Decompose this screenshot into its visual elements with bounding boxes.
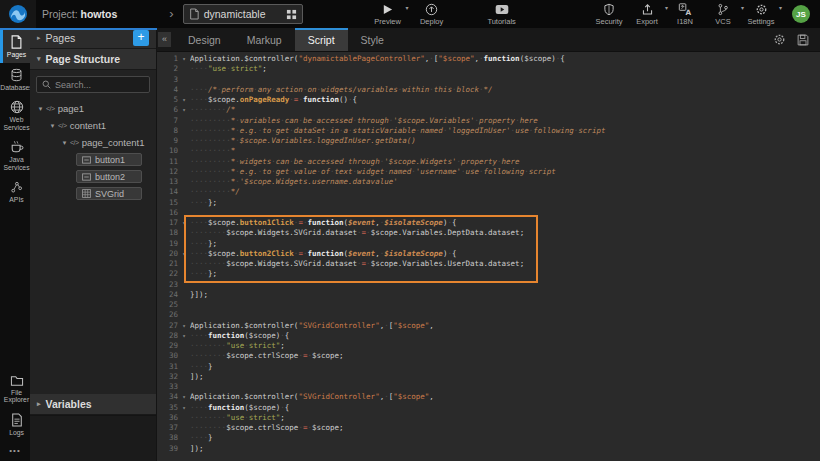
sidebar-item-java-services[interactable]: Java Services: [0, 135, 30, 175]
code-line[interactable]: 39]);: [157, 444, 820, 454]
code-line[interactable]: 9·········*·$scope.Variables.loggedInUse…: [157, 136, 820, 146]
fold-marker-icon: [178, 351, 190, 361]
export-button[interactable]: ▾ Export: [632, 0, 662, 28]
code-line[interactable]: 33: [157, 382, 820, 392]
tab-design[interactable]: Design: [175, 28, 234, 51]
tutorials-button[interactable]: Tutorials: [487, 0, 517, 28]
code-line[interactable]: 3: [157, 75, 820, 85]
code-line[interactable]: 19····};: [157, 239, 820, 249]
sidebar-item-file-explorer[interactable]: File Explorer: [0, 370, 30, 408]
line-number: 10: [157, 146, 178, 156]
code-line[interactable]: 6▾········/*: [157, 105, 820, 115]
sidebar-item-pages[interactable]: Pages: [0, 30, 30, 63]
pages-section-header[interactable]: ▸ Pages +: [30, 28, 156, 49]
code-line[interactable]: 29········"use·strict";: [157, 341, 820, 351]
tree-item-content1[interactable]: ▾ </> content1: [30, 117, 156, 134]
tree-item-page1[interactable]: ▾ </> page1: [30, 100, 156, 117]
line-number: 23: [157, 280, 178, 290]
code-line[interactable]: 10·········*: [157, 146, 820, 156]
code-line[interactable]: 7·········*·variables·can·be·accessed·th…: [157, 116, 820, 126]
code-line[interactable]: 24}]);: [157, 290, 820, 300]
code-line[interactable]: 13·········*·'$scope.Widgets.username.da…: [157, 177, 820, 187]
code-line[interactable]: 4····/*·perform·any·action·on·widgets/va…: [157, 85, 820, 95]
code-line[interactable]: 2····"use·strict";: [157, 64, 820, 74]
code-line[interactable]: 31····}: [157, 362, 820, 372]
code-line[interactable]: 23: [157, 280, 820, 290]
user-avatar[interactable]: JS: [792, 5, 810, 23]
page-structure-header[interactable]: ▾ Page Structure: [30, 49, 156, 70]
tree-item-label: page_content1: [82, 137, 145, 148]
code-line[interactable]: 36········"use·strict";: [157, 413, 820, 423]
rail-label: APIs: [9, 196, 23, 204]
expanded-caret-icon: ▾: [37, 55, 41, 63]
code-line[interactable]: 11·········*·widgets·can·be·accessed·thr…: [157, 157, 820, 167]
fold-marker-icon: [178, 187, 190, 197]
code-line[interactable]: 12·········*·e.g.·to·get·value·of·text·w…: [157, 167, 820, 177]
code-line[interactable]: 30········$scope.ctrlScope·=·$scope;: [157, 351, 820, 361]
add-page-button[interactable]: +: [133, 30, 149, 46]
line-number: 3: [157, 75, 178, 85]
tree-item-svgrid[interactable]: SVGrid: [30, 185, 156, 202]
sidebar-item-web-services[interactable]: Web Services: [0, 95, 30, 135]
editor-settings-button[interactable]: [773, 33, 786, 46]
wavemaker-logo[interactable]: [0, 0, 36, 28]
fold-marker-icon: [178, 116, 190, 126]
fold-marker-icon: ▾: [178, 392, 190, 402]
i18n-button[interactable]: A I18N: [670, 0, 700, 28]
rail-more-button[interactable]: •••: [0, 440, 30, 461]
sidebar-item-databases[interactable]: Databases: [0, 63, 30, 96]
tab-markup[interactable]: Markup: [234, 28, 295, 51]
line-number: 18: [157, 228, 178, 238]
code-line[interactable]: 32]);: [157, 372, 820, 382]
sidebar-item-logs[interactable]: Logs: [0, 408, 30, 441]
tree-item-button2[interactable]: button2: [30, 168, 156, 185]
code-line[interactable]: 5▾····$scope.onPageReady·=·function()·{: [157, 95, 820, 105]
search-box[interactable]: [36, 76, 150, 93]
code-line[interactable]: 15····};: [157, 198, 820, 208]
search-input[interactable]: [55, 80, 144, 90]
deploy-button[interactable]: Deploy: [417, 0, 447, 28]
vcs-button[interactable]: ▾ VCS: [708, 0, 738, 28]
tab-script[interactable]: Script: [295, 28, 348, 51]
fold-marker-icon: [178, 177, 190, 187]
topbar-right-actions: Security ▾ Export A: [594, 0, 820, 28]
code-line[interactable]: 22····};: [157, 269, 820, 279]
code-line[interactable]: 34▾Application.$controller("SVGridContro…: [157, 392, 820, 402]
settings-button[interactable]: ▾ Settings: [746, 0, 776, 28]
tree-item-button1[interactable]: button1: [30, 151, 156, 168]
rail-label: Pages: [7, 51, 26, 59]
sidebar-item-apis[interactable]: APIs: [0, 175, 30, 208]
code-line[interactable]: 18········$scope.Widgets.SVGrid.dataset·…: [157, 228, 820, 238]
code-line[interactable]: 20▾····$scope.button2Click·=·function($e…: [157, 249, 820, 259]
code-line[interactable]: 25: [157, 300, 820, 310]
code-line[interactable]: 14·········*/: [157, 187, 820, 197]
tab-style[interactable]: Style: [348, 28, 397, 51]
code-line[interactable]: 17▾····$scope.button1Click·=·function($e…: [157, 218, 820, 228]
video-icon: [495, 3, 509, 16]
variables-section-header[interactable]: ▸ Variables: [30, 394, 156, 415]
tree-item-page-content1[interactable]: ▾ </> page_content1: [30, 134, 156, 151]
code-tag-icon: </>: [46, 105, 55, 112]
code-line[interactable]: 35▾····function($scope)·{: [157, 403, 820, 413]
collapse-panel-button[interactable]: «: [158, 32, 171, 47]
preview-button[interactable]: ▾ Preview: [373, 0, 403, 28]
code-line[interactable]: 16: [157, 208, 820, 218]
fold-marker-icon: ▾: [178, 54, 190, 64]
code-line[interactable]: 1▾Application.$controller("dynamictableP…: [157, 54, 820, 64]
script-code-area[interactable]: 1▾Application.$controller("dynamictableP…: [157, 52, 820, 461]
fold-marker-icon: [178, 157, 190, 167]
line-number: 7: [157, 116, 178, 126]
security-button[interactable]: Security: [594, 0, 624, 28]
code-line[interactable]: 37········$scope.ctrlScope·=·$scope;: [157, 423, 820, 433]
code-line[interactable]: 38····}: [157, 433, 820, 443]
export-caret-icon: ▾: [665, 4, 668, 11]
expanded-caret-icon: ▾: [48, 122, 57, 130]
code-line[interactable]: 27▾Application.$controller("SVGridContro…: [157, 321, 820, 331]
code-line[interactable]: 21········$scope.Widgets.SVGrid.dataset·…: [157, 259, 820, 269]
page-selector[interactable]: dynamictable: [183, 4, 303, 24]
page-selector-value: dynamictable: [204, 8, 281, 20]
save-button[interactable]: [797, 34, 809, 46]
code-line[interactable]: 26: [157, 310, 820, 320]
code-line[interactable]: 28▾····function($scope)·{: [157, 331, 820, 341]
code-line[interactable]: 8·········*·e.g.·to·get·dataSet·in·a·sta…: [157, 126, 820, 136]
